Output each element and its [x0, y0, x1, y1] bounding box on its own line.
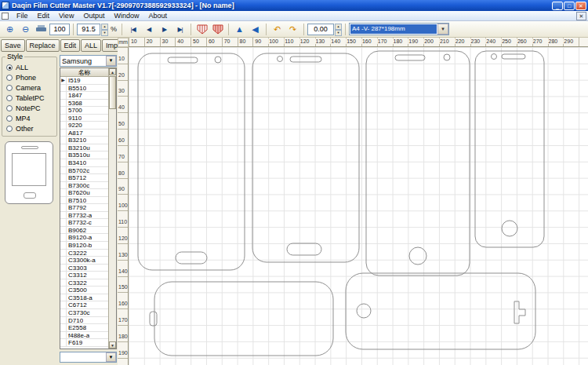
list-item[interactable]: ▶I519 [60, 77, 108, 85]
menu-file[interactable]: File [12, 11, 33, 21]
previous-page-button[interactable]: ◀ [141, 22, 156, 36]
list-item[interactable]: C3222 [60, 250, 108, 257]
spin-up-icon[interactable]: ▲ [335, 24, 342, 30]
rotate-right-button[interactable]: ↷ [285, 22, 300, 36]
list-item[interactable]: B9062 [60, 227, 108, 235]
paper-size-combobox[interactable]: A4 -V- 287*198mm ▼ [349, 23, 449, 35]
next-page-button[interactable]: ▶ [157, 22, 172, 36]
list-item[interactable]: 1847 [60, 92, 108, 100]
radio-icon[interactable] [6, 85, 13, 91]
style-option-mp4[interactable]: MP4 [6, 113, 55, 123]
replace-button[interactable]: Replace [26, 39, 60, 52]
flip-vertical-button[interactable]: ▲ [232, 22, 247, 36]
spin-down-icon[interactable]: ▼ [101, 30, 108, 36]
scale-spinner[interactable]: ▲ ▼ [101, 24, 108, 35]
style-option-camera[interactable]: Camera [6, 82, 55, 93]
menu-window[interactable]: Window [109, 11, 143, 21]
list-item[interactable]: D710 [60, 317, 108, 325]
list-item[interactable]: f488e-a [60, 332, 108, 340]
maximize-button[interactable]: □ [564, 2, 575, 10]
list-item[interactable]: 9110 [60, 115, 108, 122]
bottom-combobox[interactable]: ▼ [60, 352, 117, 363]
list-item[interactable]: B3210 [60, 137, 108, 144]
style-option-phone[interactable]: Phone [6, 72, 55, 82]
scrollbar-thumb[interactable] [109, 76, 116, 109]
angle-value-field[interactable]: 0.00 [307, 24, 334, 35]
radio-icon[interactable] [6, 126, 13, 132]
list-item[interactable]: C3312 [60, 272, 108, 279]
menu-about[interactable]: About [143, 11, 172, 21]
radio-icon[interactable] [6, 64, 13, 71]
shape-phone-protector-4[interactable] [475, 51, 544, 247]
shape-phone-back-2[interactable] [346, 273, 535, 349]
rotate-left-button[interactable]: ↶ [270, 22, 285, 36]
list-item[interactable]: B3510u [60, 151, 108, 159]
list-item[interactable]: B5702c [60, 167, 108, 175]
list-item[interactable]: B7620u [60, 189, 108, 197]
list-item[interactable]: B9120-a [60, 234, 108, 242]
list-item[interactable]: B3210u [60, 144, 108, 152]
list-item[interactable]: F619 [60, 339, 108, 347]
zoom-value-field[interactable]: 100 [49, 24, 70, 35]
brand-combobox[interactable]: Samsung ▼ [60, 55, 117, 67]
shape-phone-protector-2[interactable] [252, 53, 359, 262]
last-page-button[interactable]: ▶| [172, 22, 187, 36]
radio-icon[interactable] [6, 75, 13, 81]
list-item[interactable]: A817 [60, 130, 108, 137]
radio-icon[interactable] [6, 105, 13, 111]
list-item[interactable]: E2558 [60, 324, 108, 332]
list-item[interactable]: B5712 [60, 174, 108, 182]
list-item[interactable]: C6712 [60, 301, 108, 309]
minimize-button[interactable]: _ [552, 2, 563, 10]
style-option-all[interactable]: ALL [6, 62, 55, 72]
list-scrollbar[interactable]: ▲ ▼ [108, 68, 116, 349]
print-button[interactable] [34, 22, 49, 36]
list-item[interactable]: 9220 [60, 122, 108, 130]
spin-up-icon[interactable]: ▲ [101, 24, 108, 30]
zoom-out-button[interactable]: ⊖ [18, 22, 33, 36]
all-button[interactable]: ALL [81, 39, 101, 52]
scale-value-field[interactable]: 91.5 [77, 24, 100, 35]
first-page-button[interactable]: |◀ [125, 22, 140, 36]
shape-phone-protector-3[interactable] [366, 51, 470, 276]
shape-phone-back-1[interactable] [150, 282, 333, 356]
menu-edit[interactable]: Edit [33, 11, 55, 21]
style-option-notepc[interactable]: NotePC [6, 103, 55, 113]
chevron-down-icon[interactable]: ▼ [106, 352, 116, 362]
list-item[interactable]: C3730c [60, 309, 108, 317]
list-item[interactable]: B7732-c [60, 219, 108, 227]
flip-horizontal-button[interactable]: ◀ [248, 22, 263, 36]
list-item[interactable]: C3500 [60, 287, 108, 294]
menu-view[interactable]: View [54, 11, 78, 21]
style-option-other[interactable]: Other [6, 123, 55, 133]
angle-spinner[interactable]: ▲ ▼ [335, 24, 342, 35]
list-item[interactable]: C3300k-a [60, 257, 108, 265]
list-item[interactable]: B7510 [60, 197, 108, 205]
contour-filled-button[interactable] [210, 22, 225, 36]
list-item[interactable]: B9120-b [60, 242, 108, 250]
mdi-close-button[interactable]: ✕ [576, 12, 586, 20]
menu-output[interactable]: Output [78, 11, 109, 21]
list-item[interactable]: B7300c [60, 182, 108, 190]
scroll-down-icon[interactable]: ▼ [109, 341, 116, 349]
contour-outline-button[interactable] [194, 22, 209, 36]
list-item[interactable]: 5700 [60, 107, 108, 115]
scroll-up-icon[interactable]: ▲ [109, 68, 116, 75]
list-item[interactable]: B7732-a [60, 212, 108, 220]
list-item[interactable]: B3410 [60, 159, 108, 167]
list-item[interactable]: B7792 [60, 204, 108, 212]
list-item[interactable]: C3518-a [60, 294, 108, 302]
shape-phone-protector-1[interactable] [138, 53, 245, 270]
list-item[interactable]: B5510 [60, 85, 108, 93]
save-button[interactable]: Save [1, 39, 25, 52]
chevron-down-icon[interactable]: ▼ [106, 56, 116, 66]
list-item[interactable]: C3322 [60, 279, 108, 287]
style-option-tabletpc[interactable]: TabletPC [6, 93, 55, 103]
zoom-in-button[interactable]: ⊕ [2, 22, 17, 36]
close-button[interactable]: ✕ [575, 2, 586, 10]
list-item[interactable]: C3303 [60, 265, 108, 272]
chevron-down-icon[interactable]: ▼ [437, 24, 448, 35]
radio-icon[interactable] [6, 95, 13, 101]
list-item[interactable]: 5368 [60, 100, 108, 108]
design-canvas[interactable] [129, 47, 588, 365]
